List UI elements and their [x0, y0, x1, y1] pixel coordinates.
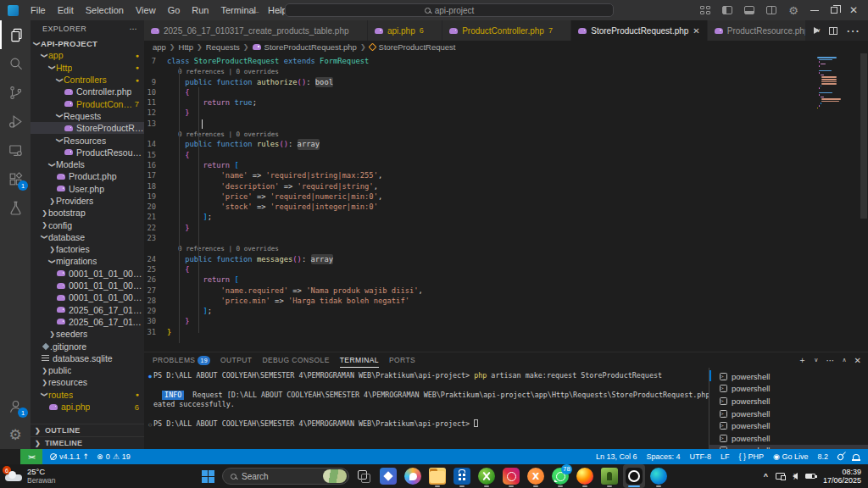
- code-editor[interactable]: 7class StoreProductRequest extends FormR…: [144, 53, 868, 352]
- minimize-icon[interactable]: [810, 10, 819, 11]
- tree-item[interactable]: ❯ database.sqlite: [31, 352, 144, 364]
- taskbar-app-task-view[interactable]: [353, 464, 375, 488]
- remote-explorer-icon[interactable]: [0, 136, 31, 164]
- terminal-dropdown-icon[interactable]: ∨: [814, 357, 818, 363]
- taskbar-app-firefox[interactable]: [574, 464, 596, 488]
- start-button[interactable]: [197, 464, 219, 488]
- statusbar-item[interactable]: [837, 454, 843, 460]
- tree-item[interactable]: ❯ 2025_06_17_011930_cre...: [31, 316, 144, 328]
- tree-item[interactable]: ❯ Models: [31, 158, 144, 170]
- back-arrow-icon[interactable]: ←: [251, 4, 261, 16]
- tree-item[interactable]: ❯ resources: [31, 376, 144, 388]
- extensions-icon[interactable]: 1: [0, 164, 31, 193]
- editor-tab[interactable]: StoreProductRequest.php ✕: [571, 20, 707, 41]
- tree-item[interactable]: ❯ routes ●: [31, 389, 144, 401]
- version-item[interactable]: v4.1.1 ↑: [50, 452, 89, 461]
- vscode-logo-icon[interactable]: [8, 5, 19, 16]
- tree-item[interactable]: ❯ 0001_01_01_000002_cre...: [31, 291, 144, 303]
- tree-item[interactable]: ❯ seeders: [31, 328, 144, 340]
- terminal-session-item[interactable]: >_ powershell: [709, 370, 868, 383]
- maximize-panel-icon[interactable]: ∧: [842, 357, 846, 363]
- tree-item[interactable]: ❯ api.php 6: [31, 401, 144, 413]
- tab-close-icon[interactable]: ✕: [693, 26, 699, 36]
- editor-tab[interactable]: api.php 6 ✕: [368, 20, 442, 41]
- close-icon[interactable]: ✕: [849, 5, 858, 15]
- tree-item[interactable]: ❯ database: [31, 231, 144, 243]
- battery-icon[interactable]: [805, 474, 815, 479]
- testing-icon[interactable]: [0, 193, 31, 222]
- tree-item[interactable]: ❯ Controller.php: [31, 86, 144, 97]
- taskbar-app-file-explorer[interactable]: [426, 464, 448, 488]
- statusbar-item[interactable]: ◉ Go Live: [773, 452, 808, 461]
- editor-tab[interactable]: ProductResource.php ✕: [708, 20, 805, 41]
- taskbar-app-m365[interactable]: [377, 464, 399, 488]
- run-debug-icon[interactable]: [0, 107, 31, 136]
- taskbar-search[interactable]: Search: [222, 468, 349, 485]
- terminal-output[interactable]: ●PS D:\ALL ABOUT COOLYEAH\SEMESTER 4\PEM…: [144, 368, 709, 449]
- breadcrumb-item[interactable]: Http: [179, 42, 193, 52]
- taskbar-app-obs[interactable]: [623, 464, 645, 488]
- tree-item[interactable]: ❯ Product.php: [31, 170, 144, 182]
- statusbar-item[interactable]: Ln 13, Col 6: [596, 452, 637, 461]
- statusbar-item[interactable]: UTF-8: [690, 452, 712, 461]
- statusbar-item[interactable]: { } PHP: [739, 452, 765, 461]
- terminal-session-item[interactable]: >_ powershell: [709, 432, 868, 445]
- codelens[interactable]: 0 references | 0 overrides: [144, 243, 868, 253]
- restore-icon[interactable]: [831, 7, 837, 14]
- terminal-session-item[interactable]: >_ powershell: [709, 445, 868, 449]
- tree-item[interactable]: ❯ 0001_01_01_000001_cre...: [31, 280, 144, 291]
- panel-more-icon[interactable]: ⋯: [826, 356, 834, 365]
- remote-indicator[interactable]: ><: [20, 449, 42, 464]
- split-editor-icon[interactable]: [829, 27, 837, 35]
- menu-go[interactable]: Go: [162, 0, 186, 20]
- menu-view[interactable]: View: [130, 0, 162, 20]
- weather-widget[interactable]: 6 25°C Berawan: [5, 468, 56, 485]
- toggle-secondary-sidebar-icon[interactable]: [766, 6, 776, 14]
- tree-item[interactable]: ❯ app ●: [31, 49, 144, 61]
- editor-more-icon[interactable]: ⋯: [846, 23, 860, 39]
- statusbar-item[interactable]: LF: [721, 452, 730, 461]
- statusbar-item[interactable]: [853, 454, 860, 460]
- sessions-scrollbar[interactable]: [709, 370, 711, 381]
- terminal-session-item[interactable]: >_ powershell: [709, 419, 868, 432]
- tree-item[interactable]: ❯ Requests: [31, 110, 144, 122]
- clock[interactable]: 08:39 17/06/2025: [823, 468, 861, 485]
- timeline-section[interactable]: ❯ TIMELINE: [31, 436, 144, 449]
- settings-gear-icon[interactable]: ⚙: [0, 420, 31, 449]
- account-icon[interactable]: 1: [0, 391, 31, 420]
- sidebar-more-icon[interactable]: ⋯: [130, 25, 137, 33]
- panel-tab[interactable]: DEBUG CONSOLE: [262, 352, 329, 368]
- new-terminal-icon[interactable]: ＋: [798, 354, 806, 366]
- tree-item[interactable]: ❯ StoreProductRequest.p...: [31, 122, 144, 134]
- terminal-session-item[interactable]: >_ powershell: [709, 395, 868, 408]
- source-control-icon[interactable]: [0, 78, 31, 107]
- menu-edit[interactable]: Edit: [52, 0, 80, 20]
- run-file-button[interactable]: ∨: [814, 27, 821, 34]
- volume-icon[interactable]: [793, 473, 798, 480]
- network-icon[interactable]: [776, 473, 785, 480]
- taskbar-app-xbox[interactable]: [476, 464, 498, 488]
- editor-tab[interactable]: ProductController.php 7 ✕: [442, 20, 571, 41]
- statusbar-item[interactable]: 8.2: [817, 452, 828, 461]
- tree-item[interactable]: ❯ 2025_06_17_010317_cre...: [31, 304, 144, 316]
- forward-arrow-icon[interactable]: →: [273, 4, 283, 16]
- tree-item[interactable]: ❯ Resources: [31, 134, 144, 146]
- taskbar-app-pvz[interactable]: [598, 464, 620, 488]
- taskbar-app-whatsapp[interactable]: 78: [549, 464, 571, 488]
- statusbar-item[interactable]: Spaces: 4: [647, 452, 681, 461]
- tree-item[interactable]: ❯ User.php: [31, 183, 144, 195]
- tree-item[interactable]: ❯ .gitignore: [31, 340, 144, 352]
- tree-item[interactable]: ❯ API-PROJECT: [31, 37, 144, 49]
- taskbar-app-copilot[interactable]: [402, 464, 424, 488]
- codelens[interactable]: 0 references | 0 overrides: [144, 66, 868, 76]
- breadcrumb-item[interactable]: Requests: [206, 42, 240, 52]
- tree-item[interactable]: ❯ migrations: [31, 255, 144, 267]
- breadcrumb-item[interactable]: StoreProductRequest: [379, 42, 456, 52]
- explorer-icon[interactable]: [0, 20, 31, 49]
- menu-file[interactable]: File: [25, 0, 52, 20]
- toggle-sidebar-icon[interactable]: [722, 6, 732, 14]
- tree-item[interactable]: ❯ 0001_01_01_000000_cre...: [31, 268, 144, 280]
- panel-tab[interactable]: OUTPUT: [220, 352, 252, 368]
- tree-item[interactable]: ❯ factories: [31, 243, 144, 255]
- panel-tab[interactable]: PORTS: [389, 352, 415, 368]
